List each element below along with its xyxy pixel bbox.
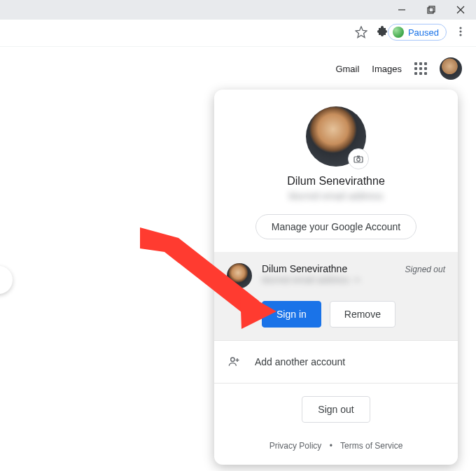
account-card-header: Dilum Senevirathne blurred email address… xyxy=(214,90,458,252)
bookmark-button[interactable] xyxy=(355,26,368,41)
apps-launcher-button[interactable] xyxy=(414,62,427,75)
remove-account-button[interactable]: Remove xyxy=(330,301,396,328)
camera-icon xyxy=(354,154,363,164)
star-icon xyxy=(355,26,368,38)
minimize-icon xyxy=(398,6,406,14)
add-account-label: Add another account xyxy=(255,356,345,367)
account-popup: Dilum Senevirathne blurred email address… xyxy=(214,90,458,465)
secondary-account-section: Dilum Senevirathne blurred email address… xyxy=(214,252,458,340)
account-avatar-button[interactable] xyxy=(440,57,462,80)
puzzle-icon xyxy=(376,26,388,38)
profile-chip-icon xyxy=(393,27,404,38)
svg-rect-2 xyxy=(429,6,435,12)
secondary-account-email: blurred email address xyxy=(262,274,405,285)
svg-point-10 xyxy=(357,158,360,162)
google-nav: Gmail Images xyxy=(335,57,462,80)
secondary-avatar xyxy=(227,263,252,288)
secondary-account-row[interactable]: Dilum Senevirathne blurred email address… xyxy=(227,263,445,288)
sign-out-button[interactable]: Sign out xyxy=(302,396,370,423)
gmail-link[interactable]: Gmail xyxy=(335,64,359,74)
images-link[interactable]: Images xyxy=(372,64,402,74)
kebab-menu-icon xyxy=(455,26,466,37)
secondary-account-name: Dilum Senevirathne xyxy=(262,263,405,274)
change-photo-button[interactable] xyxy=(348,148,369,169)
signed-out-status: Signed out xyxy=(405,265,445,274)
user-email: blurred email address xyxy=(214,190,458,202)
window-titlebar xyxy=(0,0,476,20)
chevron-up-icon xyxy=(354,276,360,283)
svg-point-7 xyxy=(459,30,461,32)
minimize-button[interactable] xyxy=(388,0,416,20)
card-bottom: Sign out xyxy=(214,383,458,431)
browser-menu-button[interactable] xyxy=(455,26,466,40)
svg-rect-1 xyxy=(428,8,433,13)
profile-chip[interactable]: Paused xyxy=(388,24,447,41)
person-add-icon xyxy=(227,355,241,369)
svg-point-6 xyxy=(459,27,461,29)
svg-rect-11 xyxy=(357,156,360,157)
privacy-policy-link[interactable]: Privacy Policy xyxy=(270,441,322,451)
svg-point-12 xyxy=(231,358,234,361)
svg-point-8 xyxy=(459,34,461,36)
card-footer: Privacy Policy • Terms of Service xyxy=(214,431,458,465)
svg-marker-5 xyxy=(356,27,367,38)
profile-chip-label: Paused xyxy=(408,27,439,38)
sign-in-button[interactable]: Sign in xyxy=(262,301,321,328)
restore-icon xyxy=(427,6,435,14)
manage-account-button[interactable]: Manage your Google Account xyxy=(255,214,416,239)
browser-toolbar: Paused xyxy=(0,20,476,47)
avatar-large xyxy=(306,106,366,167)
side-panel-fab[interactable] xyxy=(0,266,13,294)
dot-separator: • xyxy=(324,441,338,451)
close-window-button[interactable] xyxy=(447,0,475,20)
user-name: Dilum Senevirathne xyxy=(214,175,458,188)
terms-of-service-link[interactable]: Terms of Service xyxy=(340,441,402,451)
close-icon xyxy=(456,6,465,14)
restore-button[interactable] xyxy=(417,0,445,20)
apps-icon xyxy=(414,62,417,65)
extensions-button[interactable] xyxy=(376,26,388,41)
add-account-row[interactable]: Add another account xyxy=(214,340,458,383)
